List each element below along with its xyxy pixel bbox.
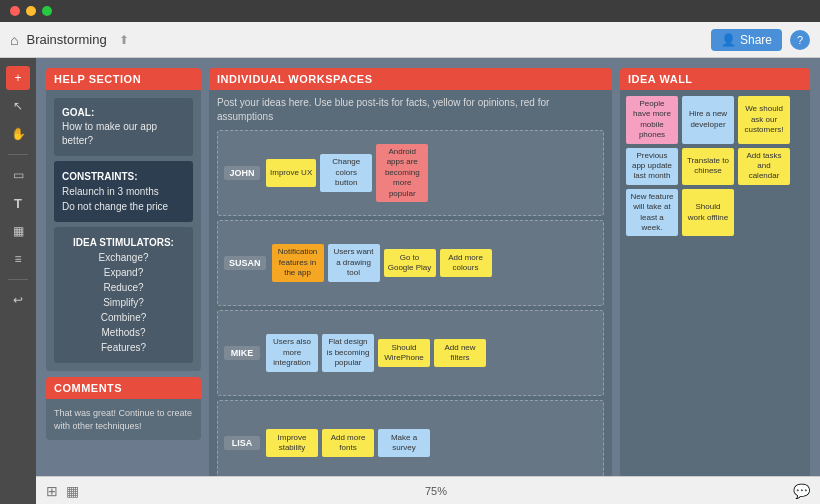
susan-note-4[interactable]: Add more colours [440,249,492,277]
idea-note-2[interactable]: Hire a new developer [682,96,734,144]
constraint-1: Relaunch in 3 months [62,184,185,199]
minimize-dot[interactable] [26,6,36,16]
sidebar-divider [8,154,28,155]
comments-header: COMMENTS [46,377,201,399]
add-button[interactable]: + [6,66,30,90]
titlebar [0,0,820,22]
upload-icon[interactable]: ⬆ [119,33,129,47]
idea-note-3[interactable]: We should ask our customers! [738,96,790,144]
workspace-row-susan: SUSAN Notification features in the app U… [217,220,604,306]
idea-wall-content: People have more mobile phones Hire a ne… [620,90,810,242]
mike-note-3[interactable]: Should WirePhone [378,339,430,367]
workspace-rows: JOHN Improve UX Change colors button And… [209,130,612,494]
susan-note-3[interactable]: Go to Google Play [384,249,436,277]
workspace-row-mike: MIKE Users also more integration Flat de… [217,310,604,396]
maximize-dot[interactable] [42,6,52,16]
rect-button[interactable]: ▭ [6,163,30,187]
help-section-header: HELP SECTION [46,68,201,90]
workspaces-header: INDIVIDUAL WORKSPACES [209,68,612,90]
stimulator-6: Methods? [62,325,185,340]
row-label-susan: SUSAN [224,256,266,270]
comments-text: That was great! Continue to create with … [46,399,201,440]
cursor-button[interactable]: ↖ [6,94,30,118]
workspace-row-lisa: LISA Improve stability Add more fonts Ma… [217,400,604,486]
john-note-3[interactable]: Android apps are becoming more popular [376,144,428,202]
john-note-1[interactable]: Improve UX [266,159,316,187]
hand-button[interactable]: ✋ [6,122,30,146]
mike-note-2[interactable]: Flat design is becoming popular [322,334,374,371]
table-icon[interactable]: ▦ [66,483,79,499]
john-notes: Improve UX Change colors button Android … [266,144,428,202]
left-sidebar: + ↖ ✋ ▭ T ▦ ≡ ↩ [0,58,36,504]
text-button[interactable]: T [6,191,30,215]
document-title: Brainstorming [26,32,106,47]
workspace-row-john: JOHN Improve UX Change colors button And… [217,130,604,216]
sticky-button[interactable]: ▦ [6,219,30,243]
workspaces-panel: INDIVIDUAL WORKSPACES Post your ideas he… [209,68,612,494]
idea-note-4[interactable]: Previous app update last month [626,148,678,185]
chat-icon[interactable]: 💬 [793,483,810,499]
zoom-level: 75% [425,485,447,497]
lisa-notes: Improve stability Add more fonts Make a … [266,429,430,457]
stimulator-4: Simplify? [62,295,185,310]
left-column: HELP SECTION GOAL: How to make our app b… [46,68,201,494]
susan-note-1[interactable]: Notification features in the app [272,244,324,281]
idea-note-1[interactable]: People have more mobile phones [626,96,678,144]
list-button[interactable]: ≡ [6,247,30,271]
close-dot[interactable] [10,6,20,16]
idea-note-5[interactable]: Translate to chinese [682,148,734,185]
workspaces-description: Post your ideas here. Use blue post-its … [209,90,612,130]
goal-box: GOAL: How to make our app better? [54,98,193,156]
undo-button[interactable]: ↩ [6,288,30,312]
help-section-panel: HELP SECTION GOAL: How to make our app b… [46,68,201,371]
sidebar-divider2 [8,279,28,280]
constraint-2: Do not change the price [62,199,185,214]
stimulator-3: Reduce? [62,280,185,295]
idea-note-8[interactable]: Should work offline [682,189,734,237]
toolbar: ⌂ Brainstorming ⬆ 👤 Share ? [0,22,820,58]
stimulators-box: IDEA STIMULATORS: Exchange? Expand? Redu… [54,227,193,363]
row-label-mike: MIKE [224,346,260,360]
idea-note-7[interactable]: New feature will take at least a week. [626,189,678,237]
share-icon: 👤 [721,33,736,47]
susan-note-2[interactable]: Users want a drawing tool [328,244,380,281]
john-note-2[interactable]: Change colors button [320,154,372,191]
canvas: HELP SECTION GOAL: How to make our app b… [36,58,820,504]
grid-icon[interactable]: ⊞ [46,483,58,499]
lisa-note-1[interactable]: Improve stability [266,429,318,457]
row-label-lisa: LISA [224,436,260,450]
idea-wall-panel: IDEA WALL People have more mobile phones… [620,68,810,494]
constraints-box: CONSTRAINTS: Relaunch in 3 months Do not… [54,161,193,222]
bottom-bar: ⊞ ▦ 75% 💬 [36,476,820,504]
stimulator-1: Exchange? [62,250,185,265]
lisa-note-3[interactable]: Make a survey [378,429,430,457]
main-area: + ↖ ✋ ▭ T ▦ ≡ ↩ HELP SECTION GOAL: How t… [0,58,820,504]
home-icon[interactable]: ⌂ [10,32,18,48]
mike-note-1[interactable]: Users also more integration [266,334,318,371]
lisa-note-2[interactable]: Add more fonts [322,429,374,457]
susan-notes: Notification features in the app Users w… [272,244,492,281]
idea-wall-header: IDEA WALL [620,68,810,90]
stimulator-2: Expand? [62,265,185,280]
share-button[interactable]: 👤 Share [711,29,782,51]
stimulator-5: Combine? [62,310,185,325]
mike-note-4[interactable]: Add new filters [434,339,486,367]
stimulator-7: Features? [62,340,185,355]
help-button[interactable]: ? [790,30,810,50]
comments-panel: COMMENTS That was great! Continue to cre… [46,377,201,440]
mike-notes: Users also more integration Flat design … [266,334,486,371]
row-label-john: JOHN [224,166,260,180]
idea-note-6[interactable]: Add tasks and calendar [738,148,790,185]
